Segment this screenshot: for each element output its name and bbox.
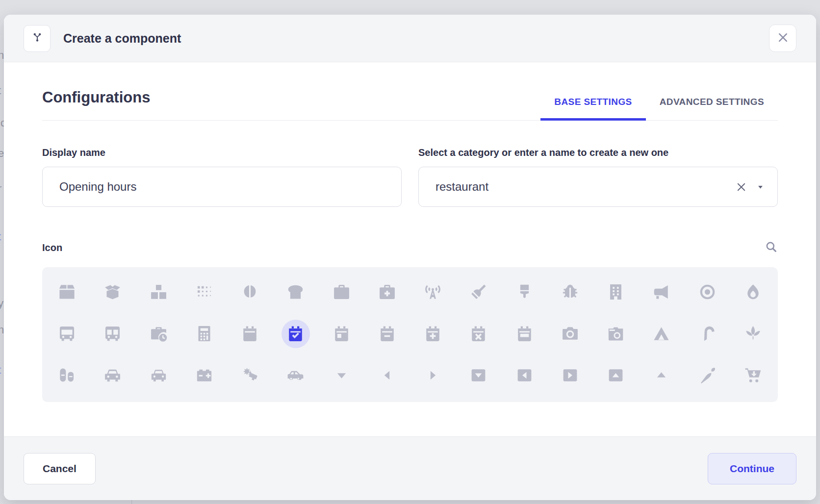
- icon-option-car-side[interactable]: [273, 354, 318, 396]
- icon-option-calendar-check[interactable]: [273, 313, 318, 354]
- background-text-fragment: t: [0, 364, 1, 377]
- caret-square-left-icon: [515, 366, 534, 384]
- briefcase-medical-icon: [378, 283, 396, 301]
- calendar-minus-icon: [378, 325, 396, 343]
- calendar-day-icon: [333, 325, 351, 343]
- background-text-fragment: t: [0, 230, 1, 243]
- icon-option-caret-up[interactable]: [639, 354, 684, 396]
- settings-tabs: BASE SETTINGS ADVANCED SETTINGS: [540, 97, 778, 120]
- icon-option-calendar-times[interactable]: [456, 313, 501, 354]
- icon-option-briefcase[interactable]: [319, 271, 364, 313]
- icon-grid: [42, 267, 778, 402]
- component-icon-chip: [24, 25, 51, 52]
- icon-option-calendar-minus[interactable]: [364, 313, 410, 354]
- tab-base-settings[interactable]: BASE SETTINGS: [540, 97, 645, 120]
- page-title: Configurations: [42, 89, 150, 120]
- bus-icon: [58, 325, 76, 343]
- icon-option-business-time[interactable]: [136, 313, 181, 354]
- create-component-dialog: Create a component Configurations BASE S…: [4, 15, 816, 500]
- icon-option-bus[interactable]: [44, 313, 90, 354]
- carrot-icon: [698, 366, 717, 384]
- calendar-week-icon: [515, 325, 534, 343]
- broadcast-tower-icon: [424, 283, 442, 301]
- cannabis-icon: [744, 325, 762, 343]
- caret-up-icon: [652, 366, 670, 384]
- bullhorn-icon: [652, 283, 670, 301]
- search-icon[interactable]: [765, 240, 778, 255]
- icon-option-caret-square-down[interactable]: [456, 354, 501, 396]
- icon-option-capsules[interactable]: [44, 354, 90, 396]
- display-name-input[interactable]: [42, 167, 402, 207]
- camera-icon: [561, 325, 579, 343]
- icon-option-boxes[interactable]: [136, 271, 181, 313]
- icon-option-bullhorn[interactable]: [639, 271, 684, 313]
- close-button[interactable]: [769, 25, 796, 52]
- icon-option-box[interactable]: [44, 271, 90, 313]
- icon-option-broom[interactable]: [456, 271, 501, 313]
- camera-retro-icon: [607, 325, 625, 343]
- tab-advanced-settings[interactable]: ADVANCED SETTINGS: [646, 97, 778, 120]
- calculator-icon: [195, 325, 213, 343]
- icon-option-car-crash[interactable]: [227, 354, 273, 396]
- icon-option-braille[interactable]: [181, 271, 227, 313]
- campground-icon: [652, 325, 670, 343]
- icon-option-caret-square-left[interactable]: [502, 354, 547, 396]
- background-page-divider: [131, 500, 132, 504]
- icon-option-calendar-day[interactable]: [319, 313, 364, 354]
- icon-option-candy-cane[interactable]: [685, 313, 730, 354]
- icon-option-camera[interactable]: [547, 313, 593, 354]
- icon-option-bullseye[interactable]: [685, 271, 730, 313]
- icon-option-car-battery[interactable]: [181, 354, 227, 396]
- cancel-button[interactable]: Cancel: [24, 453, 96, 484]
- icon-option-calendar[interactable]: [227, 313, 273, 354]
- category-input[interactable]: [418, 167, 778, 207]
- icon-option-caret-square-right[interactable]: [547, 354, 593, 396]
- box-open-icon: [103, 283, 122, 301]
- caret-square-down-icon: [469, 366, 487, 384]
- background-text-fragment: n: [0, 49, 4, 62]
- icon-option-bus-alt[interactable]: [90, 313, 135, 354]
- icon-option-caret-right[interactable]: [410, 354, 456, 396]
- background-text-fragment: r: [0, 182, 1, 195]
- icon-option-bread-slice[interactable]: [273, 271, 318, 313]
- braille-icon: [195, 283, 213, 301]
- icon-option-brush[interactable]: [502, 271, 547, 313]
- background-text-fragment: y: [0, 297, 3, 310]
- icon-option-burn[interactable]: [730, 271, 776, 313]
- icon-option-broadcast-tower[interactable]: [410, 271, 456, 313]
- dialog-header: Create a component: [4, 15, 816, 62]
- icon-option-cart-arrow-down[interactable]: [730, 354, 776, 396]
- broom-icon: [469, 283, 487, 301]
- icon-option-bug[interactable]: [547, 271, 593, 313]
- car-icon: [103, 366, 122, 384]
- icon-option-box-open[interactable]: [90, 271, 135, 313]
- icon-option-caret-down[interactable]: [319, 354, 364, 396]
- icon-option-calendar-week[interactable]: [502, 313, 547, 354]
- icon-section-head: Icon: [42, 240, 778, 255]
- icon-option-caret-square-up[interactable]: [593, 354, 639, 396]
- icon-option-calculator[interactable]: [181, 313, 227, 354]
- section-head: Configurations BASE SETTINGS ADVANCED SE…: [42, 89, 778, 121]
- icon-option-caret-left[interactable]: [364, 354, 410, 396]
- icon-option-briefcase-medical[interactable]: [364, 271, 410, 313]
- brain-icon: [241, 283, 259, 301]
- clear-icon[interactable]: [736, 181, 747, 193]
- icon-option-car-alt[interactable]: [136, 354, 181, 396]
- icon-option-calendar-plus[interactable]: [410, 313, 456, 354]
- icon-option-car[interactable]: [90, 354, 135, 396]
- icon-option-carrot[interactable]: [685, 354, 730, 396]
- bread-slice-icon: [286, 283, 305, 301]
- icon-option-building[interactable]: [593, 271, 639, 313]
- caret-square-right-icon: [561, 366, 579, 384]
- bug-icon: [561, 283, 579, 301]
- candy-cane-icon: [698, 325, 717, 343]
- car-battery-icon: [195, 366, 213, 384]
- chevron-down-icon[interactable]: [757, 183, 764, 191]
- icon-option-brain[interactable]: [227, 271, 273, 313]
- category-select: [418, 167, 778, 207]
- icon-option-cannabis[interactable]: [730, 313, 776, 354]
- icon-option-camera-retro[interactable]: [593, 313, 639, 354]
- category-label: Select a category or enter a name to cre…: [418, 147, 778, 158]
- icon-option-campground[interactable]: [639, 313, 684, 354]
- continue-button[interactable]: Continue: [708, 453, 796, 484]
